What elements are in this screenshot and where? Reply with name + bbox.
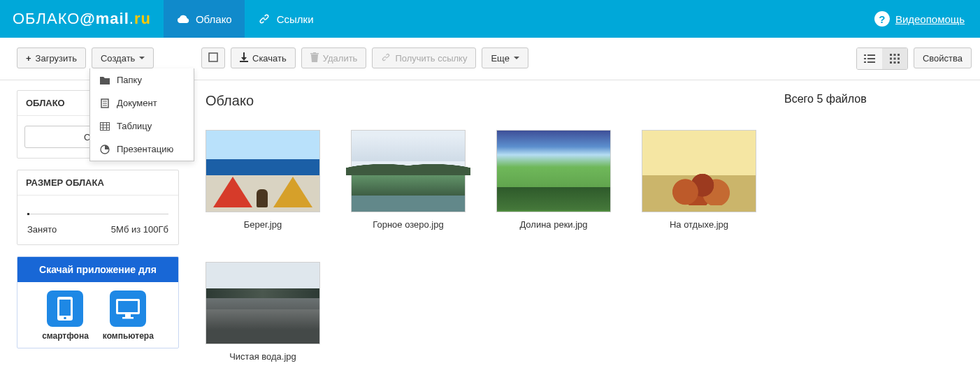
logo[interactable]: ОБЛАКО@mail.ru — [0, 0, 164, 38]
top-bar: ОБЛАКО@mail.ru Облако Ссылки ? Видеопомо… — [0, 0, 980, 38]
create-presentation-item[interactable]: Презентацию — [90, 138, 194, 161]
info-panel: Всего 5 файлов — [770, 80, 980, 369]
svg-rect-20 — [898, 54, 900, 56]
document-icon — [100, 98, 110, 108]
create-folder-item[interactable]: Папку — [90, 68, 194, 91]
create-document-label: Документ — [117, 98, 157, 108]
svg-rect-13 — [864, 58, 866, 59]
file-grid: Берег.jpg Горное озеро.jpg Долина реки.j… — [206, 130, 770, 362]
checkbox-icon — [208, 52, 219, 65]
view-toggle — [856, 47, 908, 70]
video-help-link[interactable]: ? Видеопомощь — [859, 11, 980, 27]
toolbar: + Загрузить Создать Папку Документ Табли… — [0, 38, 980, 80]
nav-cloud-label: Облако — [196, 13, 232, 25]
size-panel-title: РАЗМЕР ОБЛАКА — [17, 170, 178, 196]
nav-cloud[interactable]: Облако — [164, 0, 245, 38]
smartphone-icon — [47, 291, 83, 327]
size-bar — [27, 214, 168, 214]
thumbnail-image — [206, 130, 320, 212]
cloud-icon — [176, 12, 190, 26]
svg-rect-28 — [59, 300, 71, 316]
svg-rect-23 — [898, 58, 900, 60]
promo-title: Скачай приложение для — [17, 257, 178, 282]
size-panel: РАЗМЕР ОБЛАКА Занято 5Мб из 100Гб — [17, 170, 179, 245]
view-list-button[interactable] — [857, 48, 882, 69]
link-icon — [257, 12, 271, 26]
promo-smartphone[interactable]: смартфона — [42, 291, 89, 341]
promo-panel: Скачай приложение для смартфона компьюте… — [17, 256, 179, 348]
main-area: Облако Берег.jpg Горное озеро.jpg Долина… — [185, 80, 770, 369]
create-presentation-label: Презентацию — [117, 144, 173, 154]
create-spreadsheet-item[interactable]: Таблицу — [90, 115, 194, 138]
folder-icon — [100, 75, 110, 85]
nav-links[interactable]: Ссылки — [245, 0, 326, 38]
file-name: Чистая вода.jpg — [229, 351, 296, 362]
svg-rect-17 — [867, 61, 875, 63]
select-all-button[interactable] — [201, 47, 225, 68]
delete-button[interactable]: Удалить — [301, 47, 367, 68]
properties-label: Свойства — [923, 53, 963, 64]
more-button[interactable]: Еще — [482, 47, 528, 68]
file-thumb[interactable]: Чистая вода.jpg — [206, 262, 320, 362]
svg-rect-31 — [118, 301, 138, 312]
download-icon — [240, 52, 248, 64]
table-icon — [100, 122, 110, 131]
create-dropdown: Папку Документ Таблицу Презентацию — [89, 68, 194, 161]
file-name: На отдыхе.jpg — [670, 219, 728, 230]
properties-button[interactable]: Свойства — [914, 47, 972, 68]
svg-rect-16 — [867, 58, 875, 59]
svg-rect-19 — [893, 54, 895, 56]
top-nav: Облако Ссылки — [164, 0, 326, 38]
used-value: 5Мб из 100Гб — [111, 224, 168, 235]
used-label: Занято — [27, 224, 57, 235]
download-button[interactable]: Скачать — [231, 47, 296, 68]
desktop-icon — [110, 291, 146, 327]
logo-ru: ru — [134, 10, 151, 28]
svg-rect-22 — [893, 58, 895, 60]
logo-word: ОБЛАКО — [13, 10, 80, 28]
help-icon: ? — [874, 11, 890, 27]
file-thumb[interactable]: Горное озеро.jpg — [351, 130, 466, 230]
file-thumb[interactable]: Долина реки.jpg — [496, 130, 611, 230]
logo-dot: . — [129, 10, 134, 28]
file-name: Берег.jpg — [244, 219, 282, 230]
thumbnail-image — [642, 130, 756, 212]
promo-desktop[interactable]: компьютера — [103, 291, 154, 341]
create-button[interactable]: Создать — [92, 47, 154, 68]
svg-rect-11 — [240, 61, 248, 62]
delete-label: Удалить — [323, 53, 358, 64]
promo-smartphone-label: смартфона — [42, 331, 89, 341]
svg-rect-26 — [898, 61, 900, 64]
svg-rect-21 — [890, 58, 892, 60]
main-title: Облако — [206, 93, 770, 109]
getlink-label: Получить ссылку — [395, 53, 467, 64]
create-document-item[interactable]: Документ — [90, 91, 194, 115]
svg-rect-10 — [209, 53, 217, 61]
download-label: Скачать — [252, 53, 287, 64]
caret-down-icon — [514, 57, 519, 59]
svg-point-29 — [64, 317, 67, 320]
view-grid-button[interactable] — [882, 48, 907, 69]
svg-rect-25 — [893, 61, 895, 64]
video-help-label: Видеопомощь — [895, 13, 965, 25]
file-thumb[interactable]: Берег.jpg — [206, 130, 320, 230]
link-icon — [381, 52, 391, 64]
file-name: Горное озеро.jpg — [373, 219, 443, 230]
more-label: Еще — [491, 53, 509, 64]
file-thumb[interactable]: На отдыхе.jpg — [642, 130, 756, 230]
thumbnail-image — [496, 130, 611, 212]
upload-label: Загрузить — [36, 53, 77, 64]
svg-rect-4 — [101, 122, 110, 130]
nav-links-label: Ссылки — [277, 13, 314, 25]
create-spreadsheet-label: Таблицу — [117, 121, 152, 131]
piechart-icon — [100, 145, 110, 154]
plus-icon: + — [26, 53, 31, 64]
list-icon — [864, 54, 875, 64]
upload-button[interactable]: + Загрузить — [17, 47, 86, 68]
thumbnail-image — [206, 262, 320, 344]
at-icon: @ — [80, 10, 95, 28]
caret-down-icon — [139, 57, 145, 59]
grid-icon — [890, 54, 900, 64]
getlink-button[interactable]: Получить ссылку — [372, 47, 476, 68]
svg-rect-24 — [890, 61, 892, 64]
